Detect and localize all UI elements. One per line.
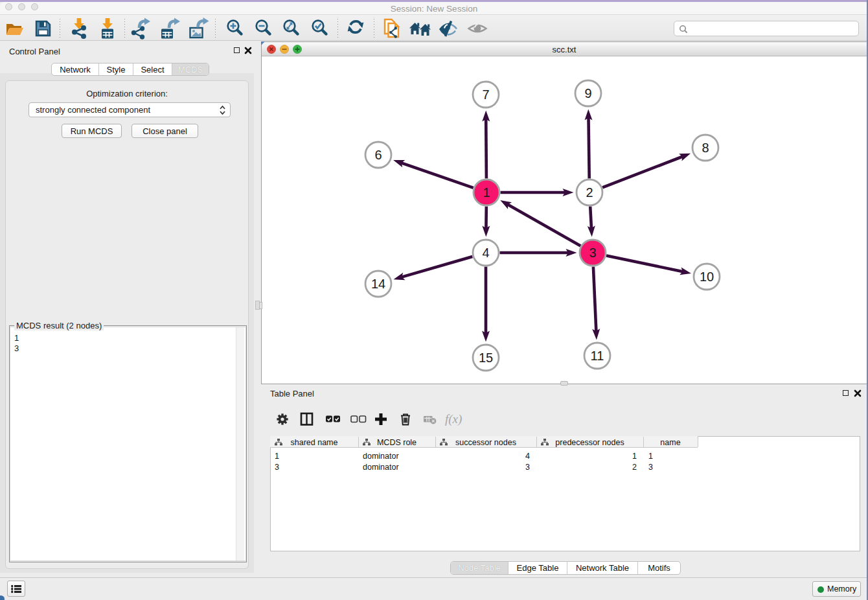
svg-text:f(x): f(x) xyxy=(445,412,462,426)
svg-text:10: 10 xyxy=(700,270,714,284)
svg-text:6: 6 xyxy=(374,148,382,162)
svg-text:1: 1 xyxy=(483,185,490,200)
svg-text:9: 9 xyxy=(584,86,591,100)
svg-text:11: 11 xyxy=(591,349,604,363)
svg-text:8: 8 xyxy=(702,141,709,155)
svg-text:4: 4 xyxy=(482,246,489,260)
svg-text:14: 14 xyxy=(371,277,385,291)
svg-text:15: 15 xyxy=(479,351,493,365)
svg-text:3: 3 xyxy=(589,246,596,260)
svg-text:7: 7 xyxy=(482,87,489,102)
svg-text:2: 2 xyxy=(586,185,593,200)
